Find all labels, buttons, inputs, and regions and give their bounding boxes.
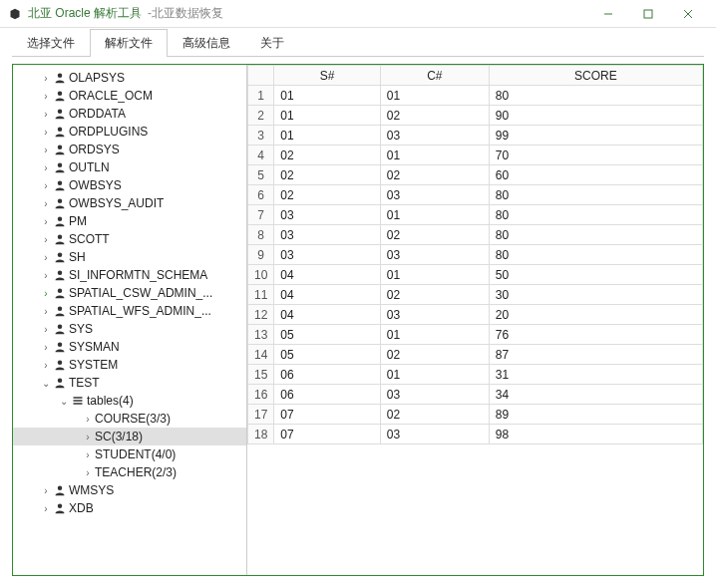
data-cell[interactable]: 02 [380,405,489,425]
tree-schema-item[interactable]: ›SH [13,248,246,266]
table-row[interactable]: 3010399 [248,126,703,146]
data-cell[interactable]: 80 [489,205,702,225]
data-cell[interactable]: 76 [489,325,702,345]
data-cell[interactable]: 01 [380,325,489,345]
table-row[interactable]: 17070289 [248,405,703,425]
data-cell[interactable]: 01 [380,205,489,225]
data-cell[interactable]: 03 [274,205,380,225]
chevron-right-icon[interactable]: › [39,127,53,138]
data-cell[interactable]: 03 [380,425,489,444]
column-header[interactable]: C# [380,66,489,86]
data-cell[interactable]: 89 [489,405,702,425]
data-cell[interactable]: 03 [274,225,380,245]
chevron-right-icon[interactable]: › [39,91,53,102]
tree-table-item[interactable]: ›SC(3/18) [13,428,246,445]
data-cell[interactable]: 01 [274,126,380,146]
data-cell[interactable]: 50 [489,265,702,285]
tab-0[interactable]: 选择文件 [12,29,90,57]
tree-schema-item[interactable]: ›SYSTEM [13,356,246,374]
table-row[interactable]: 11040230 [248,285,703,305]
tree-schema-item[interactable]: ›WMSYS [13,481,246,499]
table-row[interactable]: 10040150 [248,265,703,285]
table-row[interactable]: 18070398 [248,425,703,444]
chevron-down-icon[interactable]: ⌄ [57,396,71,407]
data-cell[interactable]: 02 [274,165,380,185]
chevron-right-icon[interactable]: › [39,145,53,155]
chevron-right-icon[interactable]: › [39,180,53,191]
tree-schema-item[interactable]: ›ORDSYS [13,141,246,158]
chevron-right-icon[interactable]: › [39,342,53,353]
chevron-right-icon[interactable]: › [39,216,53,227]
data-cell[interactable]: 90 [489,106,702,126]
data-cell[interactable]: 20 [489,305,702,325]
table-row[interactable]: 1010180 [248,86,703,106]
table-row[interactable]: 9030380 [248,245,703,265]
tree-schema-item[interactable]: ⌄TEST [13,374,246,392]
chevron-right-icon[interactable]: › [81,414,95,425]
data-grid[interactable]: S#C#SCORE 101018020102903010399402017050… [247,65,703,444]
data-cell[interactable]: 70 [489,146,702,165]
table-row[interactable]: 16060334 [248,385,703,405]
chevron-right-icon[interactable]: › [39,73,53,84]
tree-schema-item[interactable]: ›SYS [13,320,246,338]
tab-1[interactable]: 解析文件 [90,29,168,57]
table-row[interactable]: 4020170 [248,146,703,165]
data-cell[interactable]: 03 [380,305,489,325]
tree-schema-item[interactable]: ›OWBSYS_AUDIT [13,194,246,212]
data-cell[interactable]: 07 [274,405,380,425]
tree-tables-folder[interactable]: ⌄tables(4) [13,392,246,410]
tree-panel[interactable]: ›OLAPSYS›ORACLE_OCM›ORDDATA›ORDPLUGINS›O… [13,65,247,575]
data-cell[interactable]: 60 [489,165,702,185]
table-row[interactable]: 8030280 [248,225,703,245]
chevron-right-icon[interactable]: › [39,324,53,335]
data-cell[interactable]: 80 [489,245,702,265]
table-row[interactable]: 5020260 [248,165,703,185]
tree-schema-item[interactable]: ›SPATIAL_CSW_ADMIN_... [13,284,246,302]
data-cell[interactable]: 03 [380,385,489,405]
data-cell[interactable]: 03 [380,185,489,205]
chevron-right-icon[interactable]: › [39,252,53,263]
data-cell[interactable]: 06 [274,365,380,385]
tree-schema-item[interactable]: ›SI_INFORMTN_SCHEMA [13,266,246,284]
tree-schema-item[interactable]: ›ORACLE_OCM [13,87,246,105]
data-cell[interactable]: 01 [380,146,489,165]
data-cell[interactable]: 02 [380,165,489,185]
tree-table-item[interactable]: ›TEACHER(2/3) [13,463,246,481]
data-cell[interactable]: 02 [380,345,489,365]
tree-schema-item[interactable]: ›SPATIAL_WFS_ADMIN_... [13,302,246,320]
chevron-right-icon[interactable]: › [39,270,53,281]
data-cell[interactable]: 03 [380,126,489,146]
data-cell[interactable]: 34 [489,385,702,405]
chevron-right-icon[interactable]: › [39,485,53,496]
maximize-button[interactable] [628,0,668,28]
tab-2[interactable]: 高级信息 [168,29,245,57]
data-cell[interactable]: 02 [380,106,489,126]
data-cell[interactable]: 98 [489,425,702,444]
data-cell[interactable]: 03 [274,245,380,265]
table-row[interactable]: 13050176 [248,325,703,345]
chevron-right-icon[interactable]: › [39,198,53,209]
tree-schema-item[interactable]: ›SCOTT [13,230,246,248]
table-row[interactable]: 7030180 [248,205,703,225]
data-cell[interactable]: 87 [489,345,702,365]
column-header[interactable]: SCORE [489,66,702,86]
data-cell[interactable]: 80 [489,86,702,106]
data-cell[interactable]: 01 [274,106,380,126]
table-row[interactable]: 14050287 [248,345,703,365]
tree-schema-item[interactable]: ›ORDPLUGINS [13,123,246,141]
data-cell[interactable]: 02 [274,185,380,205]
chevron-right-icon[interactable]: › [81,449,95,460]
tree-schema-item[interactable]: ›OLAPSYS [13,69,246,87]
tree-table-item[interactable]: ›COURSE(3/3) [13,410,246,428]
chevron-right-icon[interactable]: › [39,503,53,514]
chevron-right-icon[interactable]: › [39,162,53,173]
tree-schema-item[interactable]: ›ORDDATA [13,105,246,123]
data-cell[interactable]: 01 [380,265,489,285]
chevron-right-icon[interactable]: › [39,360,53,371]
chevron-right-icon[interactable]: › [81,432,95,442]
tree-table-item[interactable]: ›STUDENT(4/0) [13,445,246,463]
data-cell[interactable]: 99 [489,126,702,146]
chevron-right-icon[interactable]: › [39,288,53,299]
tree-schema-item[interactable]: ›SYSMAN [13,338,246,356]
data-panel[interactable]: S#C#SCORE 101018020102903010399402017050… [247,65,703,575]
